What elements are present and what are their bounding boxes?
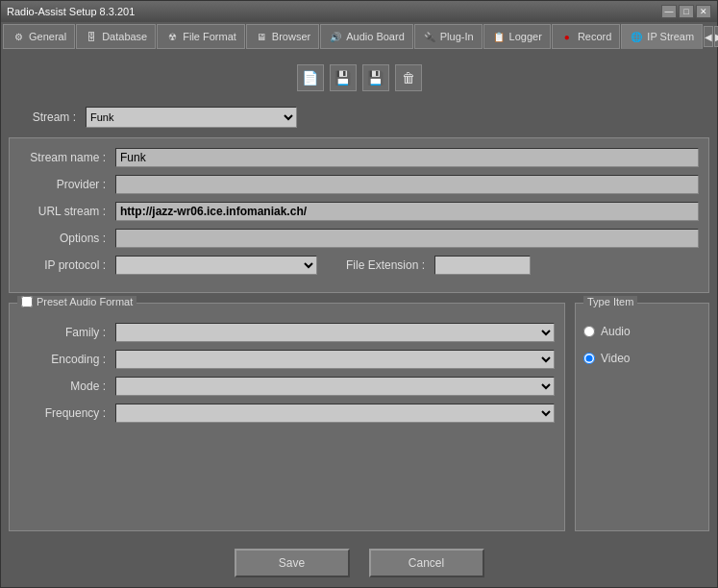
tab-plugin[interactable]: 🔌 Plug-In — [414, 24, 483, 49]
video-radio[interactable] — [583, 353, 595, 364]
tab-general-label: General — [29, 31, 66, 42]
database-icon: 🗄 — [85, 30, 98, 43]
tab-record[interactable]: ● Record — [552, 24, 620, 49]
preset-legend-label: Preset Audio Format — [37, 296, 133, 307]
tab-record-label: Record — [578, 31, 611, 42]
tab-audio-board[interactable]: 🔊 Audio Board — [320, 24, 413, 49]
tab-file-format[interactable]: ☢ File Format — [157, 24, 245, 49]
file-ext-input[interactable] — [434, 256, 531, 275]
tab-nav-right[interactable]: ▶ — [714, 26, 718, 47]
general-icon: ⚙ — [12, 30, 25, 43]
tab-ip-stream-label: IP Stream — [647, 31, 694, 42]
url-row: URL stream : — [19, 202, 699, 221]
frequency-row: Frequency : — [19, 404, 555, 423]
options-input[interactable] — [115, 229, 699, 248]
provider-row: Provider : — [19, 175, 699, 194]
tab-file-format-label: File Format — [183, 31, 236, 42]
bottom-buttons: Save Cancel — [1, 539, 717, 587]
title-bar: Radio-Assist Setup 8.3.201 — □ ✕ — [1, 1, 717, 22]
audio-board-icon: 🔊 — [329, 30, 342, 43]
close-button[interactable]: ✕ — [696, 5, 711, 18]
provider-input[interactable] — [115, 175, 699, 194]
protocol-label: IP protocol : — [19, 258, 106, 272]
preset-legend: Preset Audio Format — [17, 296, 136, 307]
provider-label: Provider : — [19, 178, 106, 191]
tab-bar: ⚙ General 🗄 Database ☢ File Format 🖥 Bro… — [1, 22, 717, 51]
main-window: Radio-Assist Setup 8.3.201 — □ ✕ ⚙ Gener… — [0, 0, 718, 588]
stream-label: Stream : — [9, 110, 76, 124]
save-as-button[interactable]: 💾 — [362, 64, 389, 91]
tab-browser[interactable]: 🖥 Browser — [246, 24, 319, 49]
window-title: Radio-Assist Setup 8.3.201 — [7, 6, 135, 17]
preset-audio-box: Preset Audio Format Family : E — [9, 303, 565, 531]
encoding-select[interactable] — [115, 350, 555, 369]
protocol-select[interactable] — [115, 256, 317, 275]
minimize-button[interactable]: — — [661, 5, 677, 18]
tab-general[interactable]: ⚙ General — [3, 24, 75, 49]
tab-database[interactable]: 🗄 Database — [76, 24, 156, 49]
tab-ip-stream[interactable]: 🌐 IP Stream — [621, 24, 703, 49]
mode-row: Mode : — [19, 377, 555, 396]
frequency-label: Frequency : — [19, 406, 106, 420]
tab-database-label: Database — [102, 31, 147, 42]
preset-checkbox[interactable] — [21, 296, 33, 307]
preset-fields: Family : Encoding : — [19, 323, 555, 423]
bottom-section: Preset Audio Format Family : E — [9, 303, 709, 531]
encoding-label: Encoding : — [19, 353, 106, 366]
encoding-row: Encoding : — [19, 350, 555, 369]
save-button[interactable]: 💾 — [330, 64, 357, 91]
audio-label: Audio — [601, 325, 631, 338]
new-button[interactable]: 📄 — [297, 64, 324, 91]
cancel-action-button[interactable]: Cancel — [369, 549, 484, 577]
content-area: 📄 💾 💾 🗑 Stream : Funk Stream name : Pr — [1, 51, 717, 539]
type-item-legend: Type Item — [583, 296, 637, 307]
mode-label: Mode : — [19, 380, 106, 393]
frequency-select[interactable] — [115, 404, 555, 423]
type-item-box: Type Item Audio Video — [575, 303, 709, 531]
stream-name-label: Stream name : — [19, 151, 106, 164]
tab-nav-left[interactable]: ◀ — [704, 26, 713, 47]
tab-plugin-label: Plug-In — [440, 31, 474, 42]
tab-logger-label: Logger — [509, 31, 542, 42]
browser-icon: 🖥 — [255, 30, 268, 43]
stream-name-input[interactable] — [115, 148, 699, 167]
ip-stream-icon: 🌐 — [630, 30, 643, 43]
file-ext-label: File Extension : — [346, 258, 425, 272]
audio-radio[interactable] — [583, 326, 595, 337]
video-label: Video — [601, 352, 630, 365]
options-label: Options : — [19, 232, 106, 245]
tab-audio-board-label: Audio Board — [346, 31, 405, 42]
stream-details-box: Stream name : Provider : URL stream : Op… — [9, 137, 709, 293]
options-row: Options : — [19, 229, 699, 248]
video-radio-row: Video — [583, 352, 701, 365]
toolbar: 📄 💾 💾 🗑 — [9, 59, 709, 97]
logger-icon: 📋 — [492, 30, 506, 43]
family-select[interactable] — [115, 323, 555, 342]
save-action-button[interactable]: Save — [235, 549, 350, 577]
title-bar-controls: — □ ✕ — [661, 5, 711, 18]
protocol-row: IP protocol : File Extension : — [19, 256, 699, 275]
tab-logger[interactable]: 📋 Logger — [483, 24, 551, 49]
stream-selector-row: Stream : Funk — [9, 107, 709, 128]
delete-button[interactable]: 🗑 — [395, 64, 422, 91]
plugin-icon: 🔌 — [423, 30, 436, 43]
file-format-icon: ☢ — [165, 30, 179, 43]
record-icon: ● — [560, 30, 574, 43]
family-row: Family : — [19, 323, 555, 342]
stream-select[interactable]: Funk — [86, 107, 297, 128]
url-input[interactable] — [115, 202, 699, 221]
audio-radio-row: Audio — [583, 325, 701, 338]
stream-name-row: Stream name : — [19, 148, 699, 167]
maximize-button[interactable]: □ — [679, 5, 694, 18]
url-label: URL stream : — [19, 205, 106, 218]
family-label: Family : — [19, 326, 106, 339]
tab-browser-label: Browser — [272, 31, 310, 42]
mode-select[interactable] — [115, 377, 555, 396]
